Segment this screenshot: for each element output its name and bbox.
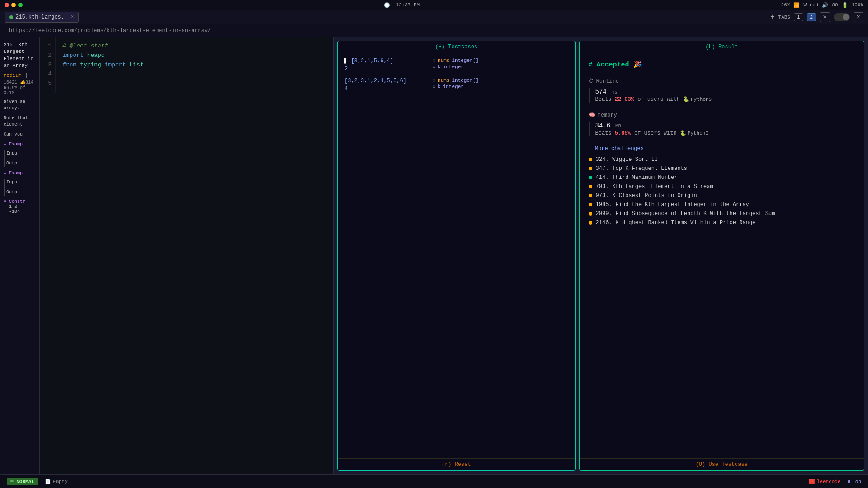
network-label: Wired <box>803 2 818 8</box>
code-line-2: import heapq <box>62 51 326 61</box>
challenge-2099[interactable]: 2099. Find Subsequence of Length K With … <box>589 211 855 217</box>
line-num-2: 2 <box>43 51 52 61</box>
challenge-1985[interactable]: 1985. Find the Kth Largest Integer in th… <box>589 202 855 208</box>
memory-title: 🧠 Memory <box>589 112 855 118</box>
nums-type-2: integer[] <box>452 78 478 83</box>
testcases-footer[interactable]: (r) Reset <box>338 458 575 470</box>
diff-dot-1985 <box>589 203 592 206</box>
nums-label-2: nums <box>438 78 449 83</box>
challenge-1985-title: Find the Kth Largest Integer in the Arra… <box>616 202 749 208</box>
tabs-label: TABS <box>778 14 790 20</box>
testcase-2-value: [3,2,3,1,2,4,5,5,6] <box>344 78 426 84</box>
top-label: Top <box>852 479 861 484</box>
challenge-973[interactable]: 973. K Closest Points to Origin <box>589 192 855 199</box>
problem-acceptance: 66.9% of 3.1M <box>4 85 36 95</box>
code-line-5 <box>62 79 326 89</box>
tab-bar-right: + TABS 1 2 × × <box>770 12 863 22</box>
memory-unit: MB <box>615 123 621 129</box>
tab-toggle[interactable] <box>834 13 850 21</box>
beats-rest-memory: of users with <box>634 130 677 136</box>
traffic-light-red[interactable] <box>5 3 9 7</box>
python-label-memory: Python3 <box>688 131 708 136</box>
result-content: # Accepted 🎉 ⏱ Runtime 574 ms <box>580 53 864 458</box>
diff-dot-703 <box>589 185 592 188</box>
top-badge: ≡ Top <box>848 479 861 484</box>
problem-desc-3: Can you <box>4 131 36 138</box>
challenge-973-number: 973. <box>596 192 609 199</box>
challenge-2146[interactable]: 2146. K Highest Ranked Items Within a Pr… <box>589 220 855 226</box>
code-line-4 <box>62 70 326 79</box>
new-tab-button[interactable]: + <box>770 13 775 21</box>
system-bar: 🕐 12:37 PM 26X 📶 Wired 🔊 80 🔋 100% <box>0 0 868 10</box>
tab-bar-close[interactable]: × <box>820 12 830 22</box>
memory-beats: Beats 5.85% of users with 🐍 Python3 <box>595 130 855 136</box>
tab-title: 215.kth-larges.. <box>15 14 67 20</box>
example1-output: Outp <box>6 160 36 167</box>
top-icon: ≡ <box>848 479 851 484</box>
diff-dot-2146 <box>589 221 592 225</box>
result-header: (L) Result <box>580 41 864 53</box>
challenge-324[interactable]: 324. Wiggle Sort II <box>589 156 855 163</box>
challenge-347-title: Top K Frequent Elements <box>612 165 687 172</box>
result-footer[interactable]: (U) Use Testcase <box>580 458 864 470</box>
diff-dot-347 <box>589 167 592 170</box>
testcase-1-types: ⊙ nums integer[] ⊙ k integer <box>433 58 479 70</box>
beats-text-runtime: Beats <box>595 96 612 103</box>
code-content[interactable]: # @leet start import heapq from typing i… <box>56 37 333 93</box>
challenge-347[interactable]: 347. Top K Frequent Elements <box>589 165 855 172</box>
k-label-1: k <box>438 64 441 70</box>
example2-input: Inpu <box>6 179 36 186</box>
panels-row: (H) Testcases [3,2,1,5,6,4] 2 ⊙ <box>334 37 868 474</box>
memory-value-row: 34.6 MB Beats 5.85% of users with 🐍 Pyth… <box>589 122 855 136</box>
tab-number-2[interactable]: 2 <box>807 13 816 21</box>
active-tab[interactable]: 215.kth-larges.. × <box>5 12 79 23</box>
challenge-703-title: Kth Largest Element in a Stream <box>612 183 713 190</box>
challenge-list: 324. Wiggle Sort II 347. Top K Frequent … <box>589 156 855 226</box>
traffic-light-yellow[interactable] <box>11 3 16 7</box>
k-type-2: integer <box>443 84 464 89</box>
k-type-1: integer <box>443 64 464 70</box>
mode-label: NORMAL <box>16 479 34 484</box>
file-item: 📄 Empty <box>45 479 68 484</box>
testcase-2-left: [3,2,3,1,2,4,5,5,6] 4 <box>344 78 426 92</box>
testcase-1: [3,2,1,5,6,4] 2 ⊙ nums integer[] ⊙ <box>344 58 568 72</box>
leetcode-badge: 🟥 leetcode <box>809 479 841 484</box>
problem-title: 215. Kth Largest Element in an Array <box>4 42 36 70</box>
challenge-2099-number: 2099. <box>596 211 612 217</box>
diff-dot-2099 <box>589 212 592 216</box>
window-close[interactable]: × <box>854 12 863 22</box>
challenge-414-title: Third Maximum Number <box>612 174 677 181</box>
testcases-content: [3,2,1,5,6,4] 2 ⊙ nums integer[] ⊙ <box>338 53 575 458</box>
testcase-2-k-type: ⊙ k integer <box>433 84 479 89</box>
testcase-2-nums-type: ⊙ nums integer[] <box>433 78 479 83</box>
system-bar-left <box>5 3 23 7</box>
system-time: 12:37 PM <box>396 2 420 8</box>
challenge-703[interactable]: 703. Kth Largest Element in a Stream <box>589 183 855 190</box>
memory-value: 34.6 <box>595 122 611 129</box>
constraint-2: * -10^ <box>4 209 36 214</box>
testcases-panel: (H) Testcases [3,2,1,5,6,4] 2 ⊙ <box>337 41 576 471</box>
url-bar[interactable]: https://leetcode.com/problems/kth-larges… <box>0 24 868 37</box>
network-icon: 📶 <box>793 2 800 8</box>
memory-icon: 🧠 <box>589 112 595 118</box>
nums-icon-1: ⊙ <box>433 58 435 63</box>
more-challenges-title[interactable]: + More challenges <box>589 145 855 152</box>
challenge-414[interactable]: 414. Third Maximum Number <box>589 174 855 181</box>
testcase-1-value: [3,2,1,5,6,4] <box>344 58 426 64</box>
result-panel: (L) Result # Accepted 🎉 ⏱ Runtime 574 ms <box>579 41 864 471</box>
example2-output: Outp <box>6 189 36 196</box>
example1-title: ✦ Exampl <box>4 141 36 147</box>
beats-pct-runtime: 22.03% <box>615 96 634 103</box>
nums-label-1: nums <box>438 58 449 63</box>
tab-close-button[interactable]: × <box>71 14 74 19</box>
accepted-badge: # Accepted 🎉 <box>589 60 855 69</box>
testcase-2-types: ⊙ nums integer[] ⊙ k integer <box>433 78 479 89</box>
tab-number-1[interactable]: 1 <box>794 13 803 21</box>
traffic-lights <box>5 3 23 7</box>
code-line-1: # @leet start <box>62 42 326 51</box>
runtime-value-line: 574 ms <box>595 88 855 95</box>
testcase-2-k: 4 <box>344 86 426 92</box>
python-badge-runtime: 🐍 Python3 <box>683 96 712 102</box>
code-editor[interactable]: 1 2 3 4 5 # @leet start import heapq fro… <box>40 37 334 474</box>
traffic-light-green[interactable] <box>18 3 23 7</box>
